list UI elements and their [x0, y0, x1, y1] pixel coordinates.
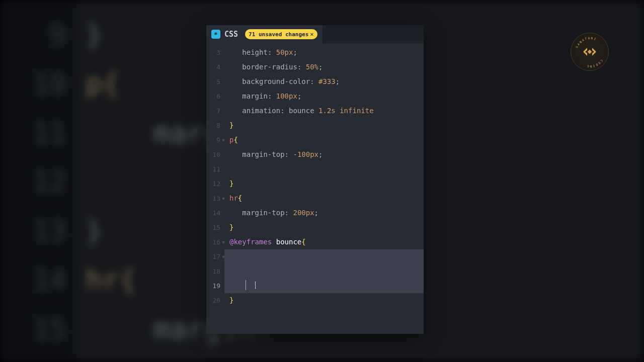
close-icon[interactable]: ✕ — [310, 31, 313, 38]
unsaved-count-text: 71 unsaved changes — [249, 31, 308, 38]
svg-text:CODING: CODING — [586, 59, 603, 68]
line-number[interactable]: 14 — [206, 206, 224, 220]
brand-logo: SANATANI CODING — [571, 33, 609, 71]
code-area[interactable]: height: 50px; border-radius: 50%; backgr… — [224, 43, 424, 334]
line-number[interactable]: 15 — [206, 220, 224, 235]
asterisk-icon: * — [211, 30, 220, 39]
line-number[interactable]: 13▼ — [206, 191, 224, 206]
line-number[interactable]: 18 — [206, 264, 224, 279]
line-number[interactable]: 7 — [206, 104, 224, 118]
line-number[interactable]: 9▼ — [206, 133, 224, 147]
tab-bar: * CSS 71 unsaved changes ✕ — [206, 25, 424, 43]
unsaved-changes-badge[interactable]: 71 unsaved changes ✕ — [245, 29, 317, 39]
line-number[interactable]: 19 — [206, 279, 224, 293]
line-number[interactable]: 4 — [206, 60, 224, 74]
line-number[interactable]: 12 — [206, 176, 224, 191]
line-number[interactable]: 3 — [206, 45, 224, 60]
line-number[interactable]: 16▼ — [206, 235, 224, 249]
line-number[interactable]: 5 — [206, 74, 224, 89]
svg-text:SANATANI: SANATANI — [575, 36, 598, 48]
text-cursor — [246, 280, 246, 290]
line-number[interactable]: 10 — [206, 147, 224, 162]
line-number[interactable]: 20 — [206, 293, 224, 308]
i-beam-cursor-icon: I — [255, 279, 257, 292]
tab-label: CSS — [224, 30, 238, 39]
tab-css[interactable]: * CSS 71 unsaved changes ✕ — [206, 25, 323, 43]
line-number-gutter: 3 4 5 6 7 8 9▼ 10 11 12 13▼ 14 15 16▼ 17… — [206, 43, 224, 334]
editor-body: 3 4 5 6 7 8 9▼ 10 11 12 13▼ 14 15 16▼ 17… — [206, 43, 424, 334]
editor-window: * CSS 71 unsaved changes ✕ 3 4 5 6 7 8 9… — [206, 25, 424, 334]
line-number[interactable]: 8 — [206, 118, 224, 133]
line-number[interactable]: 11 — [206, 162, 224, 176]
line-number[interactable]: 17▼ — [206, 249, 224, 264]
line-number[interactable]: 6 — [206, 89, 224, 104]
